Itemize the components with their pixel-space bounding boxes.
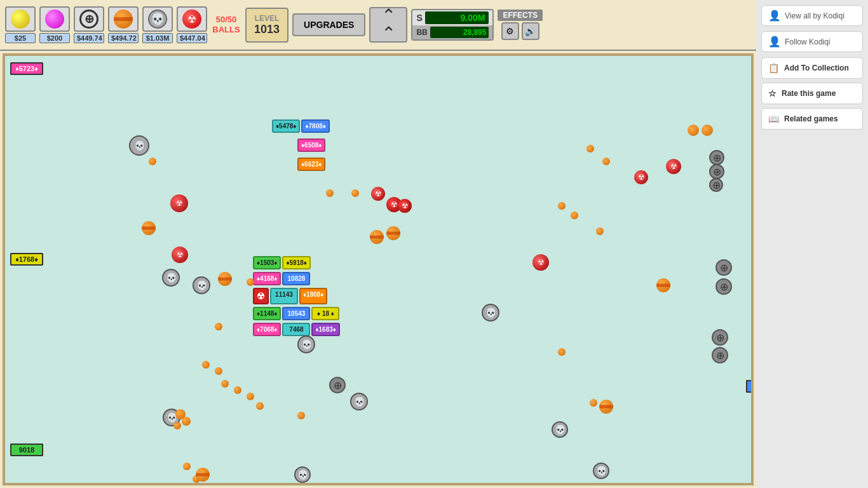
effects-gear-btn[interactable]: ⚙ <box>501 22 519 40</box>
person-icon: 👤 <box>768 10 781 22</box>
nuclear-4: ☢ <box>371 187 385 201</box>
orange-dot-16 <box>256 402 264 410</box>
skull-enemy-3: 💀 <box>193 276 210 294</box>
block-6508: ♦6508♦ <box>297 139 325 152</box>
follow-icon: 👤 <box>768 36 781 48</box>
follow-button[interactable]: 👤 Follow Kodiqi <box>761 31 863 52</box>
center-block-cluster: ♦1503♦ ♦5918♦ ♦4168♦ 10828 ☢ 11143 ♦1808… <box>253 256 340 337</box>
follow-label: Follow Kodiqi <box>785 37 830 46</box>
tr-plus-3: ⊕ <box>709 178 723 192</box>
orange-dot-19 <box>183 463 191 470</box>
score-5073: 5073 <box>746 380 754 393</box>
upgrades-button[interactable]: UPGRADES <box>292 13 365 36</box>
block-1503: ♦1503♦ <box>253 256 281 269</box>
block-5918: ♦5918♦ <box>282 256 310 269</box>
skull-enemy-4: 💀 <box>297 336 315 353</box>
orange-dot-9 <box>558 348 566 356</box>
orange-dot-8 <box>247 278 254 286</box>
block-10543: 10543 <box>282 307 310 320</box>
top-block-row2: ♦6508♦ <box>297 139 325 152</box>
block-6623: ♦6623♦ <box>297 158 325 171</box>
nuclear-ball-price: $447.04 <box>177 33 207 43</box>
orange-dot-14 <box>234 386 241 394</box>
plus-enemy-6: ⊕ <box>715 259 732 276</box>
orange-dot-11 <box>202 361 210 369</box>
score-9018: 9018 <box>10 444 43 456</box>
game-board[interactable]: 9708 5363 ♦4423♦ ♦5723♦ 2418♦ ♦4588♦ ♦17… <box>3 53 754 485</box>
nuclear-enemy-4: ☢ <box>666 159 681 174</box>
collection-icon: 📋 <box>768 63 779 73</box>
top-block-row: ♦5478♦ ♦7808♦ <box>272 119 330 133</box>
orange-dot-6 <box>571 212 578 219</box>
orange-stripe-3 <box>370 230 384 244</box>
orange-dot-12 <box>215 367 222 375</box>
top-bar: $25 $200 ⊕ $449.74 $494.72 💀 $1.03M <box>0 0 756 51</box>
yellow-ball-price: $25 <box>5 33 36 43</box>
orange-stripe-5 <box>656 278 670 292</box>
score-1768: ♦1768♦ <box>10 253 43 266</box>
add-to-collection-button[interactable]: 📋 Add To Collection <box>761 57 863 79</box>
orange-dot-10 <box>215 323 222 330</box>
top-right-plus: ⊕ <box>709 150 724 165</box>
block-1683: ♦1683♦ <box>311 323 339 336</box>
block-7808: ♦7808♦ <box>301 119 329 133</box>
skull-enemy-1: 💀 <box>129 135 149 156</box>
block-10828: 10828 <box>282 272 310 285</box>
view-all-button[interactable]: 👤 View all by Kodiqi <box>761 5 863 26</box>
skull-enemy-10: 💀 <box>294 466 311 483</box>
plus-ball-btn[interactable]: ⊕ $449.74 <box>74 6 104 43</box>
money-display: S 9.00M BB 28,895 <box>411 9 494 41</box>
pink-ball-btn[interactable]: $200 <box>39 6 70 43</box>
orange-dot-1 <box>587 145 594 152</box>
level-box: LEVEL 1013 <box>245 8 288 43</box>
rate-game-label: Rate this game <box>782 89 836 98</box>
block-5478: ♦5478♦ <box>272 119 300 133</box>
nuclear-enemy-3: ☢ <box>532 254 549 271</box>
block-4168: ♦4168♦ <box>253 272 281 285</box>
skull-enemy-5: 💀 <box>482 304 499 322</box>
skull-enemy-2: 💀 <box>162 269 180 287</box>
block-nuclear-red: ☢ <box>253 288 269 304</box>
nuclear-3: ☢ <box>398 199 412 213</box>
orange-ball-btn[interactable]: $494.72 <box>108 6 139 43</box>
plus-enemy-7: ⊕ <box>715 278 732 295</box>
rank-box: ⌃⌃ <box>369 7 407 43</box>
orange-dot-7 <box>596 227 604 235</box>
orange-stripe-6 <box>599 400 613 414</box>
effects-label: EFFECTS <box>498 10 543 21</box>
skull-ball-price: $1.03M <box>142 33 173 43</box>
orange-dot-2 <box>602 158 610 165</box>
block-11143: 11143 <box>270 288 298 304</box>
skull-ball-btn[interactable]: 💀 $1.03M <box>142 6 173 43</box>
related-games-button[interactable]: 📖 Related games <box>761 108 863 130</box>
plus-enemy-8: ⊕ <box>712 329 728 346</box>
plus-ball-price: $449.74 <box>74 33 104 43</box>
money-s-label: S <box>416 13 422 23</box>
orange-dot-4 <box>326 189 334 197</box>
top-right-balls <box>688 125 713 136</box>
nuclear-enemy-5: ☢ <box>634 170 648 184</box>
top-right-plus2: ⊕ <box>709 164 724 179</box>
yellow-ball-btn[interactable]: $25 <box>5 6 36 43</box>
tr-ball-1 <box>688 125 699 136</box>
book-icon: 📖 <box>768 114 779 124</box>
rate-game-button[interactable]: ☆ Rate this game <box>761 83 863 104</box>
score-5723: ♦5723♦ <box>10 62 43 75</box>
money-s-value: 9.00M <box>425 11 489 24</box>
orange-dot-15 <box>247 393 254 400</box>
top-right-plus3: ⊕ <box>709 178 723 192</box>
block-7068: ♦7068♦ <box>253 323 281 336</box>
orange-dot-18 <box>590 399 597 407</box>
money-bb-value: 28,895 <box>430 27 489 38</box>
block-18: ♦ 18 ♦ <box>311 307 339 320</box>
orange-stripe-4 <box>386 226 400 240</box>
so50-label: 50/50 BALLS <box>211 15 241 34</box>
related-games-label: Related games <box>784 114 838 123</box>
orange-dot-23 <box>149 158 156 165</box>
skull-enemy-6: 💀 <box>350 393 368 410</box>
add-collection-label: Add To Collection <box>784 64 849 72</box>
tr-ball-2 <box>702 125 713 136</box>
nuclear-ball-btn[interactable]: ☢ $447.04 <box>177 6 207 43</box>
effects-sound-btn[interactable]: 🔊 <box>522 22 539 40</box>
ball-cluster-2 <box>182 417 191 426</box>
